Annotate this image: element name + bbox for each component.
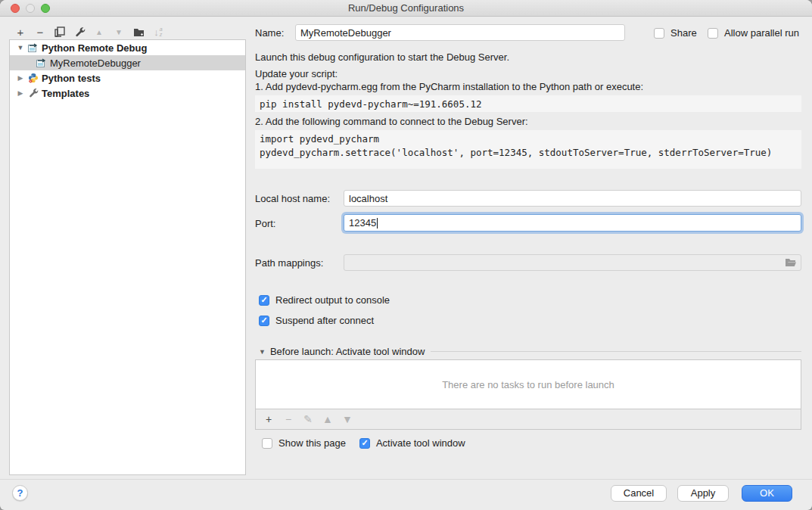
python-tests-icon bbox=[27, 73, 39, 83]
code-line: pydevd_pycharm.settrace('localhost', por… bbox=[260, 146, 797, 160]
configurations-toolbar: + − ▲ ▼ ↓ az bbox=[11, 23, 168, 40]
redirect-output-row: Redirect output to console bbox=[259, 294, 390, 306]
path-mappings-label: Path mappings: bbox=[255, 257, 323, 269]
port-value: 12345 bbox=[349, 217, 376, 229]
wrench-icon bbox=[27, 88, 39, 98]
add-task-button[interactable]: + bbox=[259, 412, 278, 427]
create-folder-icon[interactable] bbox=[129, 23, 148, 40]
tree-item-python-tests[interactable]: ▶ Python tests bbox=[10, 70, 245, 86]
step1-text: 1. Add pydevd-pycharm.egg from the PyCha… bbox=[255, 81, 643, 92]
redirect-output-label: Redirect output to console bbox=[275, 294, 390, 306]
show-this-page-row: Show this page Activate tool window bbox=[262, 437, 465, 449]
pip-install-code[interactable]: pip install pydevd-pycharm~=191.6605.12 bbox=[255, 95, 801, 112]
remove-configuration-button[interactable]: − bbox=[30, 23, 50, 40]
local-host-label: Local host name: bbox=[255, 193, 330, 204]
tree-item-myremotedebugger[interactable]: MyRemoteDebugger bbox=[10, 55, 245, 70]
step2-text: 2. Add the following command to connect … bbox=[255, 116, 528, 127]
remote-debug-icon bbox=[36, 58, 47, 68]
code-line: pip install pydevd-pycharm~=191.6605.12 bbox=[260, 98, 797, 111]
move-task-down-button[interactable]: ▼ bbox=[338, 412, 357, 427]
show-this-page-label: Show this page bbox=[278, 437, 346, 449]
move-task-up-button[interactable]: ▲ bbox=[318, 412, 338, 427]
settrace-code[interactable]: import pydevd_pycharm pydevd_pycharm.set… bbox=[255, 130, 801, 169]
allow-parallel-run-checkbox[interactable] bbox=[708, 28, 718, 39]
apply-button[interactable]: Apply bbox=[677, 485, 729, 502]
intro-text: Launch this debug configuration to start… bbox=[255, 51, 509, 63]
expand-arrow-icon[interactable]: ▶ bbox=[16, 89, 25, 97]
share-checkbox-row: Share bbox=[654, 27, 697, 39]
local-host-input[interactable] bbox=[344, 190, 801, 207]
edit-defaults-wrench-icon[interactable] bbox=[70, 23, 89, 40]
bottom-separator bbox=[0, 479, 812, 480]
remove-task-button[interactable]: − bbox=[278, 412, 298, 427]
edit-task-icon[interactable]: ✎ bbox=[298, 412, 318, 427]
collapse-arrow-icon[interactable]: ▼ bbox=[259, 348, 266, 356]
configuration-editor: Name: Share Allow parallel run Launch th… bbox=[255, 0, 801, 484]
suspend-after-connect-checkbox[interactable] bbox=[259, 316, 269, 326]
collapse-arrow-icon[interactable]: ▼ bbox=[16, 44, 25, 51]
sort-alphabetically-icon[interactable]: ↓ az bbox=[148, 23, 168, 40]
before-launch-header[interactable]: ▼ Before launch: Activate tool window bbox=[259, 346, 801, 357]
share-checkbox[interactable] bbox=[654, 28, 664, 39]
code-line: import pydevd_pycharm bbox=[260, 132, 797, 146]
before-launch-toolbar: + − ✎ ▲ ▼ bbox=[255, 409, 801, 430]
browse-folder-icon[interactable] bbox=[785, 258, 796, 267]
allow-parallel-checkbox-row: Allow parallel run bbox=[708, 27, 799, 39]
tree-item-label: Python tests bbox=[42, 73, 101, 84]
text-caret bbox=[377, 218, 378, 229]
cancel-button[interactable]: Cancel bbox=[611, 485, 667, 502]
port-input[interactable]: 12345 bbox=[344, 214, 801, 232]
copy-configuration-icon[interactable] bbox=[50, 23, 70, 40]
name-input[interactable] bbox=[295, 24, 625, 41]
allow-parallel-run-label: Allow parallel run bbox=[724, 27, 799, 39]
help-question-mark: ? bbox=[17, 487, 23, 499]
suspend-after-connect-row: Suspend after connect bbox=[259, 315, 374, 326]
move-down-button[interactable]: ▼ bbox=[109, 23, 129, 40]
tree-item-templates[interactable]: ▶ Templates bbox=[10, 86, 245, 101]
suspend-after-connect-label: Suspend after connect bbox=[275, 315, 374, 326]
expand-arrow-icon[interactable]: ▶ bbox=[16, 74, 25, 82]
add-configuration-button[interactable]: + bbox=[11, 23, 30, 40]
run-debug-configurations-dialog: Run/Debug Configurations + − ▲ ▼ ↓ az ▼ bbox=[0, 0, 812, 510]
before-launch-task-list[interactable]: There are no tasks to run before launch bbox=[255, 359, 801, 409]
tree-item-label: Python Remote Debug bbox=[42, 42, 147, 54]
empty-task-list-text: There are no tasks to run before launch bbox=[442, 379, 614, 390]
activate-tool-window-checkbox[interactable] bbox=[359, 438, 370, 449]
remote-debug-icon bbox=[27, 42, 39, 53]
configurations-tree: ▼ Python Remote Debug MyRemoteDebugger ▶ bbox=[9, 39, 246, 475]
tree-item-label: Templates bbox=[42, 88, 89, 99]
ok-button[interactable]: OK bbox=[742, 485, 792, 502]
name-label: Name: bbox=[255, 27, 284, 39]
port-label: Port: bbox=[255, 218, 275, 229]
redirect-output-checkbox[interactable] bbox=[259, 295, 269, 306]
show-this-page-checkbox[interactable] bbox=[262, 438, 272, 449]
update-script-text: Update your script: bbox=[255, 68, 338, 79]
tree-item-label: MyRemoteDebugger bbox=[50, 58, 141, 69]
activate-tool-window-label: Activate tool window bbox=[376, 437, 465, 449]
section-divider bbox=[431, 351, 801, 352]
share-label: Share bbox=[670, 27, 697, 39]
path-mappings-input[interactable] bbox=[344, 254, 801, 271]
help-button[interactable]: ? bbox=[12, 485, 28, 501]
tree-item-python-remote-debug[interactable]: ▼ Python Remote Debug bbox=[10, 40, 245, 55]
move-up-button[interactable]: ▲ bbox=[89, 23, 109, 40]
before-launch-title: Before launch: Activate tool window bbox=[270, 346, 425, 357]
